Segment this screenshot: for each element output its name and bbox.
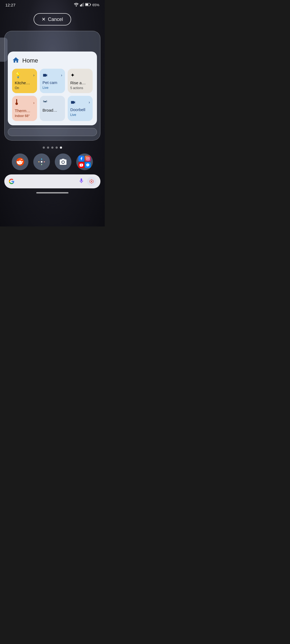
doorbell-icon (70, 99, 76, 105)
svg-point-15 (62, 161, 64, 163)
home-widget-title: Home (22, 57, 38, 64)
kitchen-label: Kitche… (15, 80, 34, 85)
svg-point-18 (88, 158, 89, 158)
petcam-icon (42, 72, 48, 78)
search-bar-wrapper (4, 174, 100, 188)
svg-point-12 (19, 162, 19, 162)
dot-1 (43, 147, 45, 149)
kitchen-chevron: › (33, 73, 35, 77)
svg-point-13 (21, 162, 22, 162)
thermo-sublabel: Indoor 68° (15, 114, 34, 118)
cancel-x-icon: ✕ (42, 16, 46, 22)
google-logo (9, 178, 15, 184)
battery-percent: 65% (92, 3, 99, 7)
tile-routine[interactable]: ✦ Rise a… 5 actions (68, 69, 93, 93)
routine-icon: ✦ (70, 72, 75, 78)
petcam-chevron: › (61, 73, 62, 77)
tile-petcam[interactable]: › Pet cam Live (40, 69, 65, 93)
svg-point-0 (76, 5, 77, 6)
dot-2 (47, 147, 49, 149)
overlay-card: Home 💡 › Kitche… On (4, 31, 100, 141)
wifi-icon (74, 3, 79, 7)
folder-instagram-icon (85, 156, 91, 162)
thermo-chevron: › (33, 101, 35, 105)
dock (0, 153, 105, 170)
tile-thermo[interactable]: › Therm… Indoor 68° (12, 96, 37, 121)
doorbell-chevron: › (89, 100, 90, 104)
thermo-label: Therm… (15, 108, 34, 113)
search-lens-button[interactable] (87, 177, 96, 186)
dot-3 (51, 147, 53, 149)
kitchen-icon: 💡 (15, 72, 21, 78)
dot-5-active (60, 147, 62, 149)
secondary-card (8, 128, 97, 136)
kitchen-sublabel: On (15, 86, 34, 90)
home-indicator (0, 192, 105, 193)
routine-sublabel: 5 actions (70, 86, 90, 90)
dot-4 (56, 147, 58, 149)
svg-rect-7 (90, 4, 91, 5)
folder-facebook-icon (78, 156, 84, 162)
dock-social-folder[interactable] (76, 153, 93, 170)
dock-reddit[interactable] (12, 153, 28, 170)
cancel-label: Cancel (48, 17, 63, 22)
svg-point-19 (91, 181, 92, 182)
petcam-label: Pet cam (42, 80, 62, 85)
svg-point-9 (15, 103, 18, 105)
tile-doorbell[interactable]: › Doorbell Live (68, 96, 93, 121)
svg-rect-1 (80, 5, 81, 6)
cancel-button[interactable]: ✕ Cancel (34, 13, 71, 25)
time: 12:27 (5, 3, 16, 7)
battery-icon (85, 3, 91, 7)
status-icons: 65% (74, 3, 99, 7)
svg-point-10 (45, 101, 46, 103)
home-bar (36, 192, 68, 193)
home-widget-header: Home (12, 56, 93, 65)
svg-rect-2 (81, 4, 82, 6)
search-mic-button[interactable] (78, 178, 84, 185)
svg-rect-6 (85, 4, 88, 6)
signal-icon (80, 3, 84, 7)
svg-rect-16 (86, 157, 89, 160)
home-header-icon (12, 56, 20, 65)
home-widget: Home 💡 › Kitche… On (8, 52, 97, 125)
status-bar: 12:27 65% (0, 0, 105, 9)
broadcast-icon (42, 99, 48, 106)
svg-point-14 (41, 161, 42, 163)
svg-rect-8 (16, 99, 17, 103)
thermo-icon (15, 99, 19, 106)
page-dots (0, 147, 105, 149)
routine-label: Rise a… (70, 80, 90, 85)
broadcast-label: Broad… (42, 108, 62, 112)
folder-messenger-icon (85, 162, 91, 168)
search-bar[interactable] (4, 174, 100, 188)
tile-kitchen[interactable]: 💡 › Kitche… On (12, 69, 37, 93)
doorbell-label: Doorbell (70, 107, 90, 112)
petcam-sublabel: Live (42, 86, 62, 90)
tile-broadcast[interactable]: Broad… (40, 96, 65, 121)
svg-point-17 (87, 158, 88, 159)
svg-rect-4 (83, 3, 84, 6)
cancel-button-wrapper: ✕ Cancel (0, 13, 105, 25)
doorbell-sublabel: Live (70, 113, 90, 117)
controls-grid: 💡 › Kitche… On › Pet cam Live (12, 69, 93, 121)
folder-youtube-icon (78, 162, 84, 168)
svg-rect-3 (82, 3, 83, 6)
dock-pinwheel[interactable] (33, 153, 50, 170)
dock-camera[interactable] (55, 153, 71, 170)
